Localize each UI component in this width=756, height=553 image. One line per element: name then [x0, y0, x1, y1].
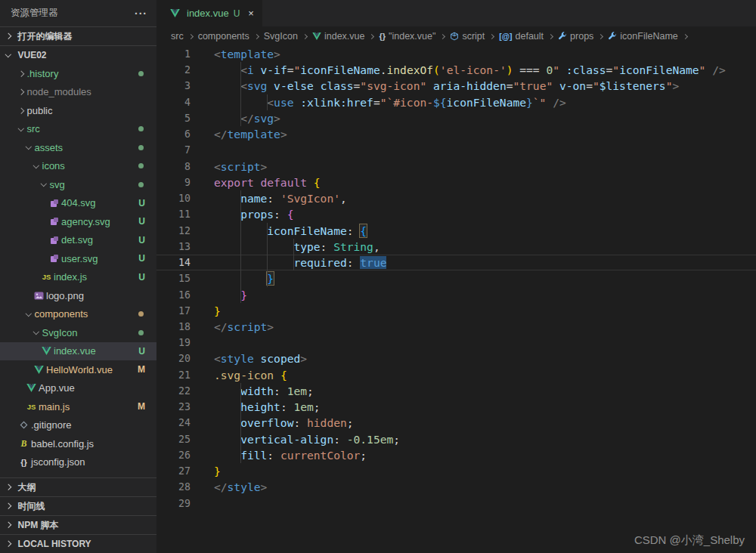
code-line-24[interactable]: 24 overflow: hidden;	[156, 415, 756, 431]
code-line-15[interactable]: 15 }	[156, 270, 756, 286]
code-editor[interactable]: 1<template>2 <i v-if="iconFileName.index…	[156, 46, 756, 511]
code-line-8[interactable]: 8<script>	[156, 159, 756, 175]
code-line-9[interactable]: 9export default {	[156, 175, 756, 190]
code-line-17[interactable]: 17}	[156, 303, 756, 319]
line-number[interactable]: 11	[156, 206, 191, 222]
breadcrumb-item-index.vue[interactable]: {}"index.vue"	[379, 31, 435, 42]
more-actions-icon[interactable]: ···	[135, 8, 147, 20]
code-line-3[interactable]: 3 <svg v-else class="svg-icon" aria-hidd…	[156, 78, 756, 94]
tree-item-.history[interactable]: .history	[0, 64, 156, 83]
breadcrumb-item-iconFileName[interactable]: iconFileName	[608, 31, 677, 42]
code-line-22[interactable]: 22 width: 1em;	[156, 383, 756, 399]
code-line-14[interactable]: 14 required: true	[156, 255, 756, 270]
outline-section-header[interactable]: 大纲	[0, 477, 156, 496]
code-line-25[interactable]: 25 vertical-align: -0.15em;	[156, 431, 756, 447]
breadcrumb-item-SvgIcon[interactable]: SvgIcon	[264, 31, 298, 42]
line-number[interactable]: 9	[156, 175, 191, 190]
tree-item-svg[interactable]: svg	[0, 175, 156, 194]
line-number[interactable]: 3	[156, 78, 191, 94]
code-line-1[interactable]: 1<template>	[156, 46, 756, 62]
tree-item-index.js[interactable]: JSindex.jsU	[0, 268, 156, 287]
tree-item-SvgIcon[interactable]: SvgIcon	[0, 323, 156, 342]
open-editors-section-header[interactable]: 打开的编辑器	[0, 26, 156, 45]
code-line-4[interactable]: 4 <use :xlink:href="`#icon-${iconFileNam…	[156, 94, 756, 110]
tree-item-404.svg[interactable]: 404.svgU	[0, 194, 156, 213]
tree-item-public[interactable]: public	[0, 101, 156, 120]
line-number[interactable]: 27	[156, 463, 191, 479]
code-line-27[interactable]: 27}	[156, 463, 756, 479]
line-number[interactable]: 15	[156, 270, 191, 286]
tree-item-components[interactable]: components	[0, 305, 156, 324]
tree-item-user.svg[interactable]: user.svgU	[0, 249, 156, 268]
line-number[interactable]: 17	[156, 303, 191, 319]
line-number[interactable]: 1	[156, 46, 191, 62]
code-line-28[interactable]: 28</style>	[156, 479, 756, 495]
breadcrumb-item-default[interactable]: [@]default	[499, 31, 544, 42]
line-number[interactable]: 2	[156, 62, 191, 78]
tree-item-App.vue[interactable]: App.vue	[0, 379, 156, 398]
code-line-11[interactable]: 11 props: {	[156, 206, 756, 222]
line-number[interactable]: 4	[156, 94, 191, 110]
tree-item-jsconfig.json[interactable]: {}jsconfig.json	[0, 453, 156, 472]
timeline-section-header[interactable]: 时间线	[0, 496, 156, 515]
tree-item-det.svg[interactable]: det.svgU	[0, 231, 156, 250]
code-line-2[interactable]: 2 <i v-if="iconFileName.indexOf('el-icon…	[156, 62, 756, 78]
line-number[interactable]: 12	[156, 223, 191, 239]
breadcrumb-item-src[interactable]: src	[171, 31, 184, 42]
code-line-16[interactable]: 16 }	[156, 287, 756, 303]
code-line-7[interactable]: 7	[156, 142, 756, 158]
tree-item-index.vue[interactable]: index.vueU	[0, 342, 156, 361]
line-number[interactable]: 13	[156, 239, 191, 255]
line-number[interactable]: 16	[156, 287, 191, 303]
line-number[interactable]: 26	[156, 447, 191, 463]
line-number[interactable]: 7	[156, 142, 191, 158]
npm-scripts-section-header[interactable]: NPM 脚本	[0, 515, 156, 534]
code-line-23[interactable]: 23 height: 1em;	[156, 399, 756, 415]
tree-item-.gitignore[interactable]: .gitignore	[0, 416, 156, 435]
code-line-13[interactable]: 13 type: String,	[156, 239, 756, 255]
line-number[interactable]: 24	[156, 415, 191, 431]
tree-item-HelloWorld.vue[interactable]: HelloWorld.vueM	[0, 360, 156, 379]
code-line-20[interactable]: 20<style scoped>	[156, 351, 756, 366]
local-history-section-header[interactable]: LOCAL HISTORY	[0, 534, 156, 553]
code-line-19[interactable]: 19	[156, 335, 756, 351]
line-number[interactable]: 23	[156, 399, 191, 415]
line-number[interactable]: 6	[156, 126, 191, 142]
code-line-5[interactable]: 5 </svg>	[156, 110, 756, 126]
line-number[interactable]: 19	[156, 335, 191, 351]
code-line-26[interactable]: 26 fill: currentColor;	[156, 447, 756, 463]
line-number[interactable]: 25	[156, 431, 191, 447]
tree-item-main.js[interactable]: JSmain.jsM	[0, 397, 156, 416]
tree-item-icons[interactable]: icons	[0, 157, 156, 176]
breadcrumb-item-script[interactable]: script	[450, 31, 485, 42]
tree-item-logo.png[interactable]: logo.png	[0, 286, 156, 305]
line-number[interactable]: 18	[156, 319, 191, 335]
code-line-10[interactable]: 10 name: 'SvgIcon',	[156, 190, 756, 206]
tree-item-package.json[interactable]: {}package.json	[0, 471, 156, 477]
tree-item-agency.svg[interactable]: agency.svgU	[0, 212, 156, 231]
line-number[interactable]: 21	[156, 367, 191, 383]
breadcrumb-item-props[interactable]: props	[558, 31, 593, 42]
breadcrumb-item-components[interactable]: components	[198, 31, 249, 42]
line-number[interactable]: 22	[156, 383, 191, 399]
code-line-29[interactable]: 29	[156, 496, 756, 511]
breadcrumb-item-index.vue[interactable]: index.vue	[312, 31, 365, 42]
line-number[interactable]: 29	[156, 496, 191, 511]
tree-item-nodemodules[interactable]: node_modules	[0, 83, 156, 102]
tree-item-babel.config.js[interactable]: Bbabel.config.js	[0, 434, 156, 453]
tree-item-src[interactable]: src	[0, 120, 156, 139]
code-line-12[interactable]: 12 iconFileName: {	[156, 223, 756, 239]
code-line-6[interactable]: 6</template>	[156, 126, 756, 142]
line-number[interactable]: 20	[156, 351, 191, 366]
tab-index-vue[interactable]: index.vue U ×	[156, 0, 262, 26]
line-number[interactable]: 28	[156, 479, 191, 495]
line-number[interactable]: 5	[156, 110, 191, 126]
code-line-21[interactable]: 21.svg-icon {	[156, 367, 756, 383]
code-line-18[interactable]: 18</script>	[156, 319, 756, 335]
tree-item-assets[interactable]: assets	[0, 138, 156, 157]
project-section-header[interactable]: VUE02	[0, 45, 156, 64]
line-number[interactable]: 8	[156, 159, 191, 175]
line-number[interactable]: 14	[156, 255, 191, 270]
close-icon[interactable]: ×	[248, 8, 254, 19]
line-number[interactable]: 10	[156, 190, 191, 206]
